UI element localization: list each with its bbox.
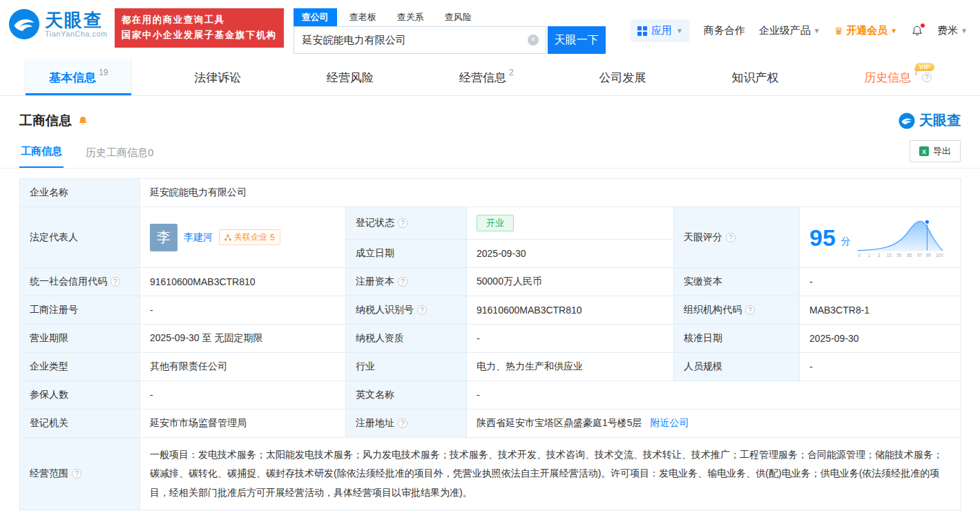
- score-distribution-chart: 0 1 3 15 50 85 97 99 100: [856, 216, 945, 259]
- tab-intellectual-property[interactable]: 知识产权: [708, 59, 802, 95]
- help-icon[interactable]: ?: [922, 73, 932, 82]
- table-row: 营业期限 2025-09-30 至 无固定期限 纳税人资质 - 核准日期 202…: [20, 325, 961, 353]
- tab-operation-risk[interactable]: 经营风险: [303, 59, 397, 95]
- search-input[interactable]: [294, 27, 546, 53]
- tab-operation-info[interactable]: 经营信息 2: [436, 59, 537, 95]
- approval-date-value: 2025-09-30: [800, 325, 961, 353]
- tab-company-development[interactable]: 公司发展: [576, 59, 670, 95]
- field-label: 经营范围?: [20, 438, 140, 510]
- reg-address-value: 陕西省延安市宝塔区鼎盛豪庭1号楼5层: [477, 417, 642, 428]
- tab-label: 知识产权: [731, 70, 778, 86]
- status-badge: 开业: [477, 215, 514, 231]
- nav-business-cooperation[interactable]: 商务合作: [704, 24, 745, 37]
- org-code-value: MAB3CTR8-1: [800, 296, 961, 325]
- tab-count: 19: [99, 68, 108, 77]
- svg-text:X: X: [922, 148, 926, 155]
- tab-label: 公司发展: [599, 70, 646, 86]
- clear-search-icon[interactable]: ×: [528, 35, 539, 46]
- section-title: 工商信息: [19, 112, 88, 130]
- search-button[interactable]: 天眼一下: [548, 26, 606, 54]
- help-icon[interactable]: ?: [398, 419, 407, 428]
- subtab-bar: 工商信息 历史工商信息0 X 导出: [0, 137, 980, 169]
- tianyancha-logo-icon: [899, 113, 915, 129]
- company-tab-bar: 基本信息 19 法律诉讼 经营风险 经营信息 2 公司发展 知识产权 VIP 历…: [0, 59, 980, 96]
- tab-label: 基本信息: [49, 70, 96, 86]
- score-value: 95: [809, 226, 836, 249]
- help-icon[interactable]: ?: [72, 469, 81, 479]
- grid-icon: [637, 26, 647, 36]
- notification-dot: [921, 23, 925, 28]
- table-row: 工商注册号 - 纳税人识别号? 91610600MAB3CTR810 组织机构代…: [20, 296, 961, 325]
- header-nav: 应用 ▼ 商务合作 企业级产品 ▼ ♛ 开通会员 ▼ 费米 ▼: [631, 19, 968, 42]
- nav-business-cooperation-label: 商务合作: [704, 24, 745, 37]
- subscribe-bell-icon[interactable]: [77, 115, 88, 126]
- field-label: 行业: [346, 353, 467, 381]
- search-tab-company[interactable]: 查公司: [294, 8, 337, 26]
- user-menu[interactable]: 费米 ▼: [937, 24, 968, 37]
- help-icon[interactable]: ?: [398, 277, 407, 287]
- reg-address-cell: 陕西省延安市宝塔区鼎盛豪庭1号楼5层 附近公司: [467, 410, 961, 438]
- help-icon[interactable]: ?: [398, 218, 407, 228]
- export-button[interactable]: X 导出: [910, 140, 961, 162]
- brand-domain: TianYanCha.com: [45, 30, 108, 38]
- help-icon[interactable]: ?: [745, 305, 755, 315]
- field-label: 天眼评分?: [674, 207, 800, 268]
- business-term-value: 2025-09-30 至 无固定期限: [140, 325, 346, 353]
- insured-count-value: -: [140, 381, 346, 410]
- company-type-value: 其他有限责任公司: [140, 353, 346, 381]
- tab-legal-litigation[interactable]: 法律诉讼: [171, 59, 265, 95]
- field-label: 核准日期: [674, 325, 800, 353]
- nav-open-membership[interactable]: ♛ 开通会员 ▼: [834, 24, 897, 37]
- tab-basic-info[interactable]: 基本信息 19: [25, 59, 132, 95]
- tab-count: 2: [509, 68, 514, 77]
- establish-date-value: 2025-09-30: [467, 240, 674, 268]
- field-label: 登记状态?: [346, 207, 467, 240]
- table-row: 法定代表人 李 李建河 关联企业 5 登记状态?: [20, 207, 961, 240]
- search-tabs: 查公司 查老板 查关系 查风险: [294, 8, 606, 26]
- search-tab-risk[interactable]: 查风险: [436, 8, 480, 26]
- crown-icon: ♛: [834, 25, 843, 37]
- table-row: 经营范围? 一般项目：发电技术服务；太阳能发电技术服务；风力发电技术服务；技术服…: [20, 438, 961, 510]
- site-logo[interactable]: 天眼查 TianYanCha.com: [8, 8, 108, 40]
- tianyan-score-cell: 95 分 0 1: [800, 207, 961, 268]
- legal-rep-cell: 李 李建河 关联企业 5: [140, 207, 346, 268]
- svg-text:3: 3: [878, 252, 881, 257]
- slogan-line1: 都在用的商业查询工具: [122, 12, 277, 28]
- english-name-value: -: [467, 381, 961, 410]
- subtab-business-info[interactable]: 工商信息: [19, 137, 64, 168]
- vip-badge: VIP: [915, 63, 934, 71]
- staff-size-value: -: [800, 353, 961, 381]
- subtab-history-business-info[interactable]: 历史工商信息0: [84, 138, 155, 168]
- apps-menu-label: 应用: [651, 24, 672, 37]
- score-unit: 分: [841, 235, 851, 248]
- search-tab-boss[interactable]: 查老板: [341, 8, 385, 26]
- nearby-companies-link[interactable]: 附近公司: [650, 417, 689, 428]
- export-label: 导出: [933, 145, 951, 157]
- related-label: 关联企业: [234, 231, 267, 243]
- help-icon[interactable]: ?: [726, 233, 736, 242]
- notification-bell[interactable]: [911, 25, 923, 37]
- reg-status-cell: 开业: [467, 207, 674, 240]
- slogan-banner: 都在用的商业查询工具 国家中小企业发展子基金旗下机构: [115, 8, 284, 48]
- avatar[interactable]: 李: [150, 224, 177, 251]
- search-tab-relation[interactable]: 查关系: [389, 8, 432, 26]
- credit-code-value: 91610600MAB3CTR810: [140, 268, 346, 296]
- help-icon[interactable]: ?: [417, 305, 427, 315]
- industry-value: 电力、热力生产和供应业: [467, 353, 674, 381]
- search-box: ×: [294, 26, 546, 54]
- section-title-text: 工商信息: [19, 112, 72, 130]
- nav-enterprise-products[interactable]: 企业级产品 ▼: [759, 24, 820, 37]
- apps-menu[interactable]: 应用 ▼: [631, 19, 690, 42]
- svg-text:15: 15: [887, 252, 892, 257]
- reg-number-value: -: [140, 296, 346, 325]
- field-label: 企业类型: [20, 353, 140, 381]
- related-companies-badge[interactable]: 关联企业 5: [219, 229, 280, 245]
- taxpayer-quality-value: -: [467, 325, 674, 353]
- chevron-down-icon: ▼: [890, 27, 897, 35]
- svg-text:0: 0: [858, 252, 861, 257]
- paid-capital-value: -: [800, 268, 961, 296]
- username: 费米: [937, 24, 958, 37]
- tab-history-info[interactable]: VIP 历史信息 7 ?: [840, 59, 955, 95]
- legal-rep-link[interactable]: 李建河: [184, 231, 213, 244]
- help-icon[interactable]: ?: [111, 277, 120, 287]
